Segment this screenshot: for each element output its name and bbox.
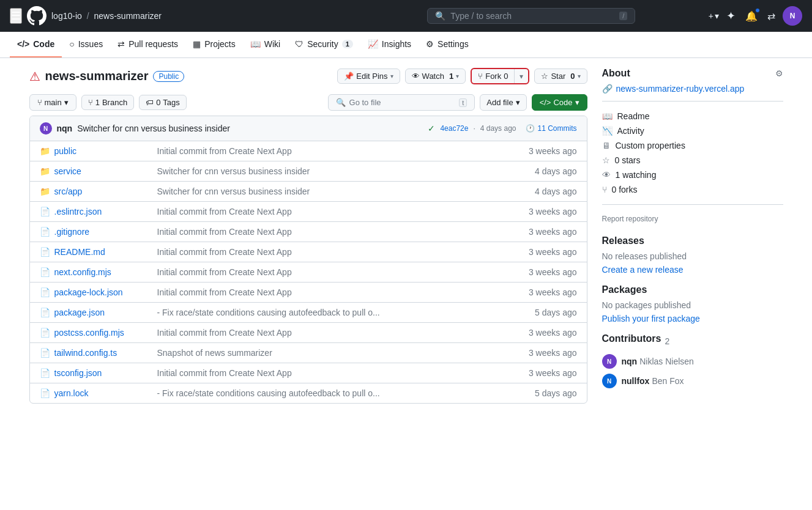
issues-icon: ○	[69, 39, 74, 49]
watch-button[interactable]: 👁 Watch 1 ▾	[405, 68, 466, 84]
releases-title: Releases	[602, 235, 783, 246]
website-link[interactable]: 🔗 news-summarizer-ruby.vercel.app	[602, 84, 783, 94]
edit-pins-chevron: ▾	[390, 73, 393, 79]
notifications-bell[interactable]: 🔔	[743, 8, 760, 24]
file-icon: 📄	[40, 348, 50, 358]
commit-hash[interactable]: 4eac72e	[440, 124, 468, 133]
report-repository-link[interactable]: Report repository	[602, 212, 783, 226]
branch-selector[interactable]: ⑂ main ▾	[29, 94, 76, 111]
file-time: 3 weeks ago	[529, 247, 577, 257]
file-icon: 📄	[40, 267, 50, 277]
tab-code[interactable]: </> Code	[10, 32, 62, 57]
code-chevron: ▾	[575, 98, 579, 107]
readme-link[interactable]: 📖 Readme	[602, 109, 783, 124]
file-time: 3 weeks ago	[529, 368, 577, 378]
forks-count[interactable]: ⑂ 0 forks	[602, 182, 783, 197]
tab-wiki[interactable]: 📖 Wiki	[243, 32, 288, 57]
notifications-badge	[755, 8, 760, 13]
contributor-item: NnqnNiklas Nielsen	[602, 354, 783, 369]
star-button[interactable]: ☆ Star 0 ▾	[534, 68, 587, 84]
table-row: 📄postcss.config.mjsInitial commit from C…	[30, 323, 587, 343]
file-name-link[interactable]: postcss.config.mjs	[54, 328, 152, 338]
copilot-button[interactable]: ✦	[724, 7, 738, 25]
fork-button[interactable]: ⑂ Fork 0	[472, 69, 515, 83]
branch-count-button[interactable]: ⑂ 1 Branch	[81, 95, 134, 110]
contributor-name[interactable]: nullfoxBen Fox	[622, 376, 684, 386]
repo-actions: 📌 Edit Pins ▾ 👁 Watch 1 ▾ ⑂ Fork 0	[337, 68, 587, 84]
repo-owner-link[interactable]: log10-io	[51, 11, 82, 21]
file-commit-message: Snapshot of news summarizer	[157, 348, 524, 358]
search-icon: 🔍	[336, 98, 346, 107]
add-file-button[interactable]: Add file ▾	[480, 94, 526, 111]
top-navbar: ☰ log10-io / news-summarizer 🔍 Type / to…	[0, 0, 812, 32]
tags-button[interactable]: 🏷 0 Tags	[139, 95, 187, 110]
table-row: 📄next.config.mjsInitial commit from Crea…	[30, 262, 587, 283]
file-time: 5 days ago	[535, 308, 577, 317]
table-row: 📁serviceSwitcher for cnn versus business…	[30, 161, 587, 182]
activity-link[interactable]: 📉 Activity	[602, 124, 783, 138]
file-name-link[interactable]: public	[54, 146, 152, 156]
search-bar[interactable]: 🔍 Type / to search /	[427, 8, 635, 24]
branch-chevron: ▾	[64, 98, 69, 107]
file-commit-message: Switcher for cnn versus business insider	[157, 187, 531, 196]
file-icon: 📄	[40, 308, 50, 317]
tab-pull-requests[interactable]: ⇄ Pull requests	[110, 32, 185, 57]
stars-count[interactable]: ☆ 0 stars	[602, 153, 783, 168]
tab-insights[interactable]: 📈 Insights	[360, 32, 419, 57]
about-settings-button[interactable]: ⚙	[775, 68, 783, 78]
goto-file-button[interactable]: 🔍 Go to file t	[328, 94, 475, 111]
repo-title-area: ⚠ news-summarizer Public	[29, 69, 185, 84]
search-icon: 🔍	[435, 11, 445, 21]
hamburger-menu[interactable]: ☰	[10, 8, 22, 24]
commit-author-avatar: N	[40, 122, 52, 135]
contributor-avatar[interactable]: N	[602, 374, 617, 388]
repo-name-link[interactable]: news-summarizer	[94, 11, 162, 21]
file-name-link[interactable]: .gitignore	[54, 227, 152, 237]
file-commit-message: Switcher for cnn versus business insider	[157, 166, 531, 176]
contributor-item: NnullfoxBen Fox	[602, 374, 783, 388]
create-new-button[interactable]: + ▾	[709, 11, 719, 21]
file-name-link[interactable]: README.md	[54, 247, 152, 257]
commits-link[interactable]: 🕐 11 Commits	[526, 124, 576, 133]
tab-security[interactable]: 🛡 Security 1	[288, 32, 360, 57]
file-commit-message: - Fix race/state conditions causing auto…	[157, 308, 531, 317]
about-section: About ⚙ 🔗 news-summarizer-ruby.vercel.ap…	[602, 68, 783, 226]
file-name-link[interactable]: next.config.mjs	[54, 267, 152, 277]
file-name-link[interactable]: src/app	[54, 187, 152, 196]
pin-icon: 📌	[344, 72, 354, 81]
file-name-link[interactable]: yarn.lock	[54, 388, 152, 398]
edit-pins-button[interactable]: 📌 Edit Pins ▾	[337, 68, 400, 84]
user-avatar[interactable]: N	[783, 6, 802, 26]
insights-icon: 📈	[368, 39, 378, 49]
search-input[interactable]: Type / to search	[450, 11, 614, 21]
tab-settings[interactable]: ⚙ Settings	[419, 32, 476, 57]
contributor-name[interactable]: nqnNiklas Nielsen	[622, 357, 694, 366]
file-name-link[interactable]: tailwind.config.ts	[54, 348, 152, 358]
tab-projects[interactable]: ▦ Projects	[185, 32, 243, 57]
fork-dropdown-button[interactable]: ▾	[515, 70, 528, 83]
publish-package-link[interactable]: Publish your first package	[602, 314, 700, 323]
commit-dot: ·	[473, 124, 475, 133]
projects-icon: ▦	[193, 39, 201, 49]
file-commit-message: Initial commit from Create Next App	[157, 368, 524, 378]
pull-requests-icon[interactable]: ⇄	[765, 8, 778, 24]
file-icon: 📄	[40, 287, 50, 297]
contributor-avatar[interactable]: N	[602, 354, 617, 369]
file-name-link[interactable]: service	[54, 166, 152, 176]
no-releases-text: No releases published	[602, 251, 783, 261]
file-name-link[interactable]: tsconfig.json	[54, 368, 152, 378]
file-name-link[interactable]: .eslintrc.json	[54, 207, 152, 216]
tab-issues[interactable]: ○ Issues	[62, 32, 110, 57]
custom-properties-link[interactable]: 🖥 Custom properties	[602, 138, 783, 153]
security-icon: 🛡	[295, 39, 304, 49]
file-table: N nqn Switcher for cnn versus business i…	[29, 116, 587, 404]
file-name-link[interactable]: package.json	[54, 308, 152, 317]
file-name-link[interactable]: package-lock.json	[54, 287, 152, 297]
watching-count[interactable]: 👁 1 watching	[602, 168, 783, 182]
code-button[interactable]: </> Code ▾	[532, 94, 587, 111]
create-release-link[interactable]: Create a new release	[602, 265, 683, 275]
commit-time: 4 days ago	[480, 124, 516, 133]
commit-author-name[interactable]: nqn	[57, 124, 73, 133]
packages-title: Packages	[602, 284, 783, 295]
table-row: 📄.gitignoreInitial commit from Create Ne…	[30, 222, 587, 242]
